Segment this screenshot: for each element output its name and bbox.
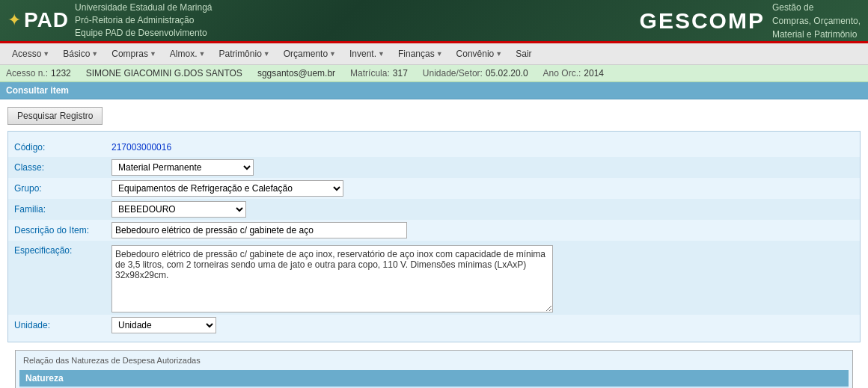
logo-section: ✦ PAD Universidade Estadual de Maringá P…: [7, 1, 213, 39]
nav-invent[interactable]: Invent. ▼: [343, 46, 391, 61]
nav-patrimonio-arrow: ▼: [263, 50, 270, 58]
nav-convenio[interactable]: Convênio ▼: [450, 46, 509, 61]
nav-compras-arrow: ▼: [150, 50, 156, 58]
unidade-row: Unidade: Unidade Caixa Kit: [8, 315, 860, 336]
search-register-button[interactable]: Pesquisar Registro: [7, 107, 103, 125]
classe-label: Classe:: [14, 162, 111, 173]
nav-compras[interactable]: Compras ▼: [106, 46, 162, 61]
natureza-table: Natureza 44905212 - Aparelhos, Equipamen…: [19, 370, 849, 388]
familia-select[interactable]: BEBEDOURO: [111, 201, 246, 218]
nav-acesso-arrow: ▼: [43, 50, 49, 58]
logo-pad-text: PAD: [24, 8, 69, 32]
gescomp-section: GESCOMP Gestão de Compras, Orçamento, Ma…: [640, 1, 861, 41]
grupo-select[interactable]: Equipamentos de Refrigeração e Calefação: [111, 180, 343, 197]
logo-star-icon: ✦: [7, 12, 21, 28]
unidade-item: Unidade/Setor: 05.02.20.0: [423, 68, 528, 78]
navbar: Acesso ▼ Básico ▼ Compras ▼ Almox. ▼ Pat…: [0, 43, 868, 65]
nav-almox[interactable]: Almox. ▼: [164, 46, 212, 61]
nav-invent-arrow: ▼: [378, 50, 385, 58]
familia-label: Familia:: [14, 204, 111, 215]
nav-orcamento-arrow: ▼: [329, 50, 336, 58]
gescomp-title: GESCOMP: [640, 8, 765, 34]
ano-item: Ano Orc.: 2014: [543, 68, 604, 78]
nav-financas-arrow: ▼: [436, 50, 443, 58]
nav-convenio-arrow: ▼: [495, 50, 502, 58]
nav-acesso[interactable]: Acesso ▼: [6, 46, 55, 61]
gescomp-subtitle: Gestão de Compras, Orçamento, Material e…: [772, 1, 861, 41]
despesa-title: Relação das Naturezas de Despesa Autoriz…: [19, 354, 849, 366]
grupo-row: Grupo: Equipamentos de Refrigeração e Ca…: [8, 178, 860, 199]
despesa-section: Relação das Naturezas de Despesa Autoriz…: [15, 350, 853, 388]
classe-select[interactable]: Material Permanente Material de Consumo: [111, 159, 254, 176]
codigo-label: Código:: [14, 142, 111, 153]
nav-basico-arrow: ▼: [91, 50, 98, 58]
matricula-item: Matrícula: 317: [350, 68, 408, 78]
descricao-row: Descrição do Item:: [8, 220, 860, 241]
nav-sair[interactable]: Sair: [510, 46, 537, 61]
especificacao-row: Especificação: Bebedouro elétrico de pre…: [8, 241, 860, 315]
acesso-item: Acesso n.: 1232: [6, 68, 71, 78]
email-item: sggsantos@uem.br: [257, 68, 335, 78]
especificacao-label: Especificação:: [14, 245, 111, 256]
nav-patrimonio[interactable]: Patrimônio ▼: [213, 46, 275, 61]
codigo-row: Código: 217003000016: [8, 138, 860, 157]
form-area: Código: 217003000016 Classe: Material Pe…: [7, 131, 861, 342]
codigo-value: 217003000016: [111, 142, 171, 153]
descricao-input[interactable]: [111, 222, 407, 238]
classe-row: Classe: Material Permanente Material de …: [8, 157, 860, 178]
logo-subtitle: Universidade Estadual de Maringá Pró-Rei…: [75, 1, 212, 39]
unidade-label: Unidade:: [14, 320, 111, 330]
app-header: ✦ PAD Universidade Estadual de Maringá P…: [0, 0, 868, 41]
descricao-label: Descrição do Item:: [14, 225, 111, 235]
page-title-bar: Consultar item: [0, 82, 868, 99]
natureza-column-header: Natureza: [19, 370, 849, 387]
logo-pad: ✦ PAD: [7, 8, 69, 32]
page-title: Consultar item: [6, 85, 69, 96]
familia-row: Familia: BEBEDOURO: [8, 199, 860, 220]
nav-almox-arrow: ▼: [199, 50, 206, 58]
user-name-item: SIMONE GIACOMINI G.DOS SANTOS: [86, 68, 242, 78]
info-bar: Acesso n.: 1232 SIMONE GIACOMINI G.DOS S…: [0, 65, 868, 82]
especificacao-textarea[interactable]: Bebedouro elétrico de pressão c/ gabinet…: [111, 245, 553, 312]
grupo-label: Grupo:: [14, 183, 111, 194]
nav-basico[interactable]: Básico ▼: [57, 46, 104, 61]
nav-financas[interactable]: Finanças ▼: [392, 46, 449, 61]
nav-orcamento[interactable]: Orçamento ▼: [278, 46, 342, 61]
main-content: Pesquisar Registro Código: 217003000016 …: [0, 99, 868, 388]
unidade-select[interactable]: Unidade Caixa Kit: [111, 317, 216, 333]
